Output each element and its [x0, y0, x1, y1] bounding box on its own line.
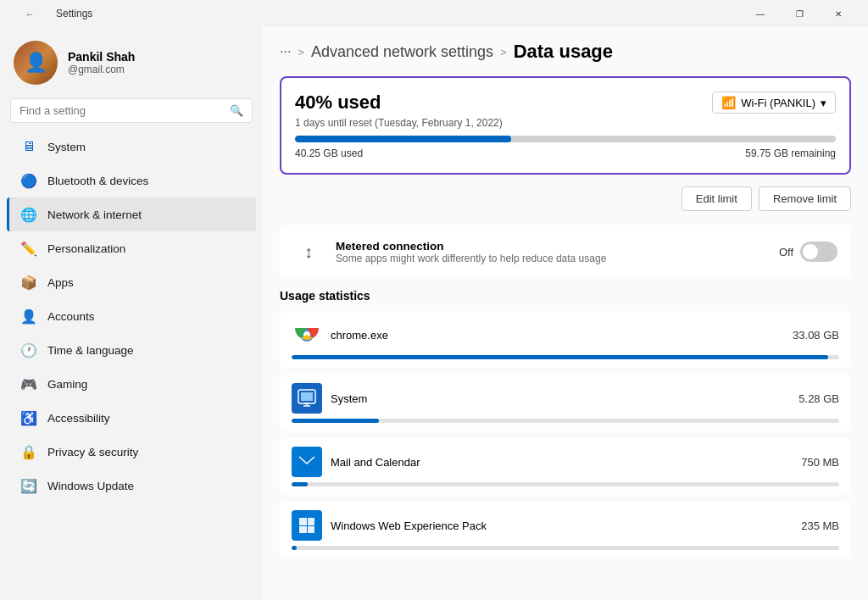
sidebar-item-accounts[interactable]: 👤 Accounts	[7, 299, 256, 333]
remove-limit-button[interactable]: Remove limit	[759, 186, 851, 211]
restore-button[interactable]: ❐	[780, 0, 819, 27]
mail-app-name: Mail and Calendar	[331, 456, 420, 469]
sidebar-item-gaming[interactable]: 🎮 Gaming	[7, 367, 256, 401]
system-info-row: System 5.28 GB	[331, 392, 839, 405]
svg-rect-12	[308, 526, 314, 533]
sidebar-item-label: Personalization	[47, 242, 125, 255]
data-stats: 40.25 GB used 59.75 GB remaining	[295, 147, 836, 159]
breadcrumb-sep2: >	[500, 46, 507, 58]
reset-text: 1 days until reset (Tuesday, February 1,…	[295, 117, 836, 129]
personalization-icon: ✏️	[20, 240, 37, 257]
sidebar-item-system[interactable]: 🖥 System	[7, 130, 256, 164]
gaming-icon: 🎮	[20, 375, 37, 392]
app-usage-chrome: chrome.exe 33.08 GB	[280, 311, 851, 368]
sidebar-item-label: Time & language	[47, 344, 134, 357]
accessibility-icon: ♿	[20, 409, 37, 426]
usage-statistics-title: Usage statistics	[280, 289, 851, 303]
chrome-bar-bg	[292, 355, 839, 359]
search-icon: 🔍	[230, 104, 243, 117]
windows-app-icon	[292, 510, 322, 541]
system-app-size: 5.28 GB	[798, 392, 839, 405]
metered-icon: ↕️	[293, 236, 324, 267]
chrome-name: chrome.exe	[331, 329, 388, 342]
mail-info-row: Mail and Calendar 750 MB	[331, 456, 839, 469]
sidebar-item-label: Accessibility	[47, 412, 110, 425]
system-bar-fill	[292, 419, 379, 423]
titlebar: ← Settings — ❐ ✕	[0, 0, 868, 27]
profile-email: @gmail.com	[68, 64, 135, 75]
breadcrumb-dots[interactable]: ···	[280, 44, 291, 59]
toggle-container: Off	[779, 242, 837, 262]
network-icon: 🌐	[20, 206, 37, 223]
wifi-selector[interactable]: 📶 Wi-Fi (PANKIL) ▾	[712, 92, 836, 114]
breadcrumb-link[interactable]: Advanced network settings	[311, 43, 493, 61]
sidebar-item-label: Network & internet	[47, 208, 142, 221]
sidebar-item-bluetooth[interactable]: 🔵 Bluetooth & devices	[7, 164, 256, 197]
data-usage-card: 40% used 📶 Wi-Fi (PANKIL) ▾ 1 days until…	[280, 76, 851, 175]
toggle-label: Off	[779, 246, 793, 258]
data-card-header: 40% used 📶 Wi-Fi (PANKIL) ▾	[295, 92, 836, 114]
mail-bar-bg	[292, 482, 839, 486]
update-icon: 🔄	[20, 477, 37, 494]
app-body: 👤 Pankil Shah @gmail.com 🔍 🖥 System 🔵 Bl…	[0, 27, 868, 600]
svg-rect-9	[299, 518, 307, 525]
sidebar-item-update[interactable]: 🔄 Windows Update	[7, 469, 256, 503]
close-button[interactable]: ✕	[819, 0, 858, 27]
chrome-icon	[292, 319, 322, 350]
sidebar: 👤 Pankil Shah @gmail.com 🔍 🖥 System 🔵 Bl…	[0, 27, 263, 600]
windows-app-size: 235 MB	[801, 519, 839, 532]
app-usage-mail-header: Mail and Calendar 750 MB	[292, 447, 839, 477]
sidebar-item-label: Bluetooth & devices	[47, 175, 148, 187]
sidebar-item-time[interactable]: 🕐 Time & language	[7, 333, 256, 367]
edit-limit-button[interactable]: Edit limit	[682, 186, 752, 211]
app-usage-windows: Windows Web Experience Pack 235 MB	[280, 502, 851, 558]
chrome-info-row: chrome.exe 33.08 GB	[331, 329, 839, 342]
system-icon: 🖥	[20, 138, 37, 155]
main-content: ··· > Advanced network settings > Data u…	[263, 27, 868, 600]
sidebar-item-label: Gaming	[47, 378, 87, 391]
mail-app-icon	[292, 447, 322, 477]
sidebar-item-personalization[interactable]: ✏️ Personalization	[7, 231, 256, 265]
sidebar-item-network[interactable]: 🌐 Network & internet	[7, 197, 256, 231]
progress-bar-fill	[295, 136, 511, 142]
system-bar-bg	[292, 419, 839, 423]
sidebar-item-accessibility[interactable]: ♿ Accessibility	[7, 401, 256, 435]
breadcrumb-sep1: >	[298, 46, 304, 58]
app-usage-windows-header: Windows Web Experience Pack 235 MB	[292, 510, 839, 541]
sidebar-item-label: Accounts	[47, 310, 95, 323]
breadcrumb: ··· > Advanced network settings > Data u…	[280, 41, 851, 63]
mail-app-size: 750 MB	[801, 456, 839, 469]
profile-info: Pankil Shah @gmail.com	[68, 50, 135, 75]
sidebar-item-label: System	[47, 141, 86, 153]
avatar: 👤	[14, 41, 58, 85]
accounts-icon: 👤	[20, 308, 37, 325]
svg-rect-8	[299, 456, 314, 468]
chevron-down-icon: ▾	[821, 97, 826, 109]
remaining-label: 59.75 GB remaining	[745, 147, 836, 159]
search-input[interactable]	[19, 104, 223, 117]
profile-section: 👤 Pankil Shah @gmail.com	[0, 27, 263, 95]
svg-rect-11	[299, 526, 307, 533]
sidebar-item-label: Apps	[47, 276, 74, 289]
sidebar-item-label: Windows Update	[47, 480, 134, 492]
minimize-button[interactable]: —	[741, 0, 780, 27]
sidebar-item-apps[interactable]: 📦 Apps	[7, 265, 256, 299]
wifi-label: Wi-Fi (PANKIL)	[741, 97, 815, 109]
toggle-thumb	[803, 244, 818, 259]
titlebar-left: ← Settings	[10, 0, 92, 27]
windows-bar-bg	[292, 546, 839, 550]
bluetooth-icon: 🔵	[20, 172, 37, 189]
progress-bar-background	[295, 136, 836, 142]
privacy-icon: 🔒	[20, 443, 37, 460]
used-percent: 40% used	[295, 92, 381, 114]
apps-icon: 📦	[20, 274, 37, 291]
mail-bar-fill	[292, 482, 308, 486]
metered-toggle[interactable]	[800, 242, 837, 262]
search-box[interactable]: 🔍	[10, 98, 253, 123]
sidebar-item-privacy[interactable]: 🔒 Privacy & security	[7, 435, 256, 469]
metered-title: Metered connection	[336, 240, 767, 253]
chrome-bar-fill	[292, 355, 828, 359]
svg-rect-4	[301, 392, 313, 401]
back-button[interactable]: ←	[10, 0, 49, 27]
chrome-size: 33.08 GB	[793, 329, 839, 342]
